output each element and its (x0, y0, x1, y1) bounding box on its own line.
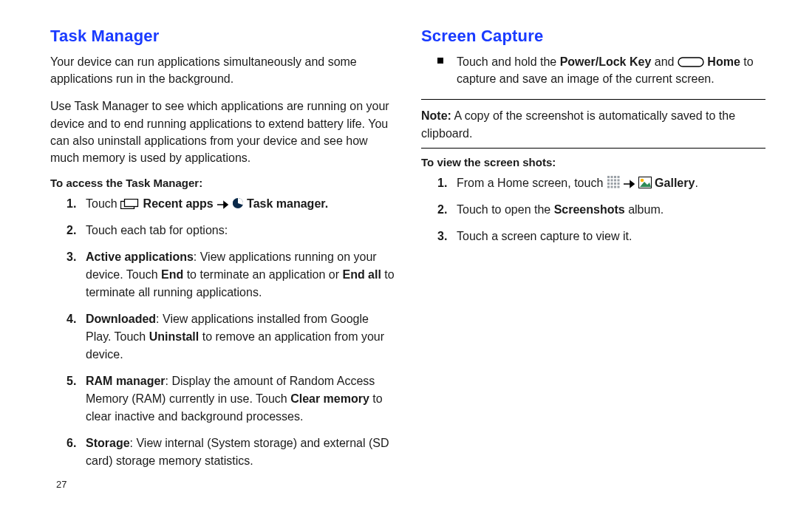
bullet-bold: Power/Lock Key (560, 55, 652, 68)
right-column: Screen Capture Touch and hold the Power/… (415, 27, 765, 517)
step-bold: RAM manager (86, 375, 166, 387)
step-bold: Gallery (655, 177, 695, 189)
view-shots-steps: From a Home screen, touch (421, 174, 765, 245)
svg-rect-8 (607, 179, 610, 181)
svg-rect-14 (614, 183, 616, 185)
step-bold: Storage (86, 437, 130, 449)
apps-grid-icon (607, 175, 620, 188)
svg-rect-12 (607, 183, 610, 185)
step-text: Touch (86, 197, 120, 210)
pie-icon (232, 197, 244, 209)
step-3: Touch a screen capture to view it. (421, 228, 765, 245)
view-shots-subhead: To view the screen shots: (421, 156, 765, 168)
step-bold: End all (342, 268, 381, 281)
bullet-1: Touch and hold the Power/Lock Key and Ho… (421, 53, 765, 87)
rule-bottom (421, 148, 765, 149)
step-bold: Clear memory (290, 392, 369, 405)
arrow-icon (623, 180, 635, 188)
svg-rect-18 (614, 185, 616, 188)
page-number: 27 (50, 479, 395, 490)
task-manager-subhead: To access the Task Manager: (50, 177, 395, 189)
svg-rect-5 (610, 176, 613, 178)
svg-rect-11 (617, 179, 619, 181)
arrow-icon (216, 200, 228, 209)
left-column: Task Manager Your device can run applica… (50, 27, 415, 517)
step-1: Touch Recent apps Task manager. (50, 195, 395, 213)
note-label: Note: (421, 109, 451, 122)
step-bold: Recent apps (143, 197, 217, 210)
task-manager-title: Task Manager (50, 27, 395, 46)
note: Note: A copy of the screenshot is automa… (421, 107, 765, 141)
recent-apps-icon (120, 199, 140, 209)
screen-capture-bullet: Touch and hold the Power/Lock Key and Ho… (421, 53, 765, 87)
step-text: Touch to open the (457, 203, 554, 216)
svg-rect-16 (607, 185, 610, 188)
svg-point-21 (640, 178, 644, 182)
step-text: From a Home screen, touch (457, 177, 607, 189)
svg-rect-3 (678, 58, 703, 66)
svg-rect-13 (610, 183, 613, 185)
svg-rect-4 (607, 176, 610, 178)
step-bold: Downloaded (86, 313, 156, 325)
step-4: Downloaded: View applications installed … (50, 310, 395, 364)
home-key-icon (678, 57, 704, 67)
step-text: . (695, 177, 698, 189)
svg-rect-1 (125, 200, 138, 207)
step-text: album. (625, 203, 664, 216)
step-bold: Task manager. (247, 197, 328, 210)
step-1: From a Home screen, touch (421, 174, 765, 192)
step-6: Storage: View internal (System storage) … (50, 434, 395, 470)
svg-rect-7 (617, 176, 619, 178)
step-text: to terminate an application or (183, 268, 342, 281)
step-bold: Active applications (86, 250, 194, 263)
svg-rect-19 (617, 185, 619, 188)
bullet-bold: Home (707, 55, 740, 68)
step-3: Active applications: View applications r… (50, 248, 395, 301)
bullet-text: and (651, 55, 678, 68)
svg-rect-17 (610, 185, 613, 188)
step-2: Touch to open the Screenshots album. (421, 201, 765, 219)
svg-rect-10 (614, 179, 616, 181)
step-bold: Uninstall (149, 330, 200, 343)
note-text: A copy of the screenshot is automaticall… (421, 109, 735, 139)
step-5: RAM manager: Display the amount of Rando… (50, 372, 395, 426)
step-2: Touch each tab for options: (50, 222, 395, 239)
step-text: : View internal (System storage) and ext… (86, 437, 389, 467)
svg-rect-9 (610, 179, 613, 181)
screen-capture-title: Screen Capture (421, 27, 765, 46)
task-manager-intro-1: Your device can run applications simulta… (50, 53, 395, 87)
manual-page: Task Manager Your device can run applica… (0, 0, 798, 532)
gallery-icon (638, 177, 652, 188)
bullet-text: Touch and hold the (457, 55, 560, 68)
task-manager-intro-2: Use Task Manager to see which applicatio… (50, 98, 395, 166)
step-bold: End (161, 268, 183, 281)
task-manager-steps: Touch Recent apps Task manager. Touch ea… (50, 195, 395, 470)
rule-top (421, 99, 765, 100)
svg-rect-6 (614, 176, 616, 178)
step-bold: Screenshots (554, 203, 625, 216)
svg-rect-15 (617, 183, 619, 185)
